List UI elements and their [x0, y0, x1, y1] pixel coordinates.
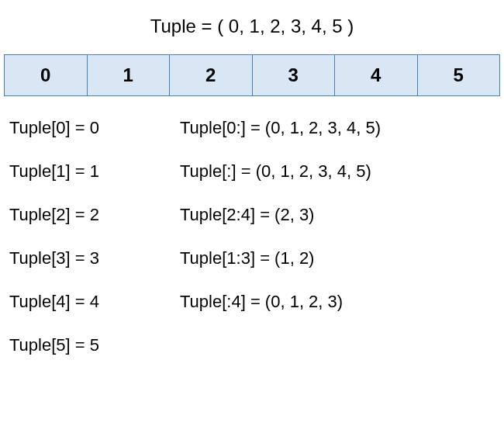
tuple-cell: 4 [335, 55, 418, 95]
index-example: Tuple[1] = 1 [9, 161, 180, 182]
tuple-cell: 2 [170, 55, 253, 95]
index-examples-column: Tuple[0] = 0 Tuple[1] = 1 Tuple[2] = 2 T… [9, 118, 180, 379]
index-example: Tuple[0] = 0 [9, 118, 180, 138]
slice-example: Tuple[2:4] = (2, 3) [180, 205, 495, 225]
slice-example: Tuple[:4] = (0, 1, 2, 3) [180, 292, 495, 312]
examples-section: Tuple[0] = 0 Tuple[1] = 1 Tuple[2] = 2 T… [0, 118, 504, 379]
slice-example: Tuple[0:] = (0, 1, 2, 3, 4, 5) [180, 118, 495, 138]
tuple-cell: 3 [253, 55, 336, 95]
tuple-cell: 0 [5, 55, 88, 95]
index-example: Tuple[4] = 4 [9, 292, 180, 312]
index-example: Tuple[5] = 5 [9, 335, 180, 355]
slice-example: Tuple[1:3] = (1, 2) [180, 248, 495, 268]
tuple-cell: 1 [88, 55, 171, 95]
slice-example: Tuple[:] = (0, 1, 2, 3, 4, 5) [180, 161, 495, 182]
index-example: Tuple[2] = 2 [9, 205, 180, 225]
tuple-table: 0 1 2 3 4 5 [4, 54, 500, 96]
index-example: Tuple[3] = 3 [9, 248, 180, 268]
page-title: Tuple = ( 0, 1, 2, 3, 4, 5 ) [0, 16, 504, 37]
slice-examples-column: Tuple[0:] = (0, 1, 2, 3, 4, 5) Tuple[:] … [180, 118, 495, 379]
tuple-cell: 5 [418, 55, 500, 95]
